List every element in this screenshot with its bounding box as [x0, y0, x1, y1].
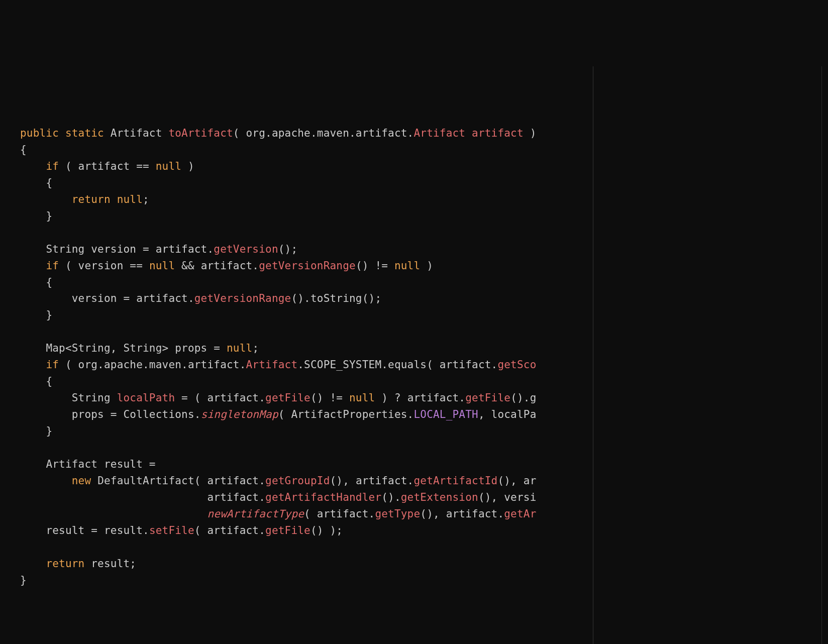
code-line: } [20, 309, 52, 321]
code-line: public static Artifact toArtifact( org.a… [20, 127, 536, 139]
code-line: { [20, 276, 52, 288]
code-line: version = artifact.getVersionRange().toS… [20, 292, 381, 304]
ruler-guide [593, 66, 593, 644]
code-line: result = result.setFile( artifact.getFil… [20, 524, 343, 536]
code-line: String version = artifact.getVersion(); [20, 243, 297, 255]
code-line: return result; [20, 558, 136, 570]
code-line: return null; [20, 193, 149, 205]
code-line: { [20, 144, 27, 156]
code-line: } [20, 210, 52, 222]
code-line: props = Collections.singletonMap( Artifa… [20, 408, 537, 420]
code-line: { [20, 375, 52, 387]
code-line: } [20, 425, 52, 437]
code-line: if ( artifact == null ) [20, 160, 194, 172]
ruler-guide-right [821, 66, 822, 644]
code-line: Map<String, String> props = null; [20, 342, 259, 354]
code-line: new DefaultArtifact( artifact.getGroupId… [20, 475, 537, 487]
code-line: if ( version == null && artifact.getVers… [20, 260, 433, 272]
code-editor[interactable]: public static Artifact toArtifact( org.a… [0, 66, 828, 644]
code-line: if ( org.apache.maven.artifact.Artifact.… [20, 359, 536, 371]
code-line: { [20, 177, 52, 189]
code-line: String localPath = ( artifact.getFile() … [20, 392, 537, 404]
code-line: } [20, 574, 27, 586]
code-line: newArtifactType( artifact.getType(), art… [20, 508, 536, 520]
code-line: artifact.getArtifactHandler().getExtensi… [20, 491, 536, 503]
code-line: Artifact result = [20, 458, 156, 470]
